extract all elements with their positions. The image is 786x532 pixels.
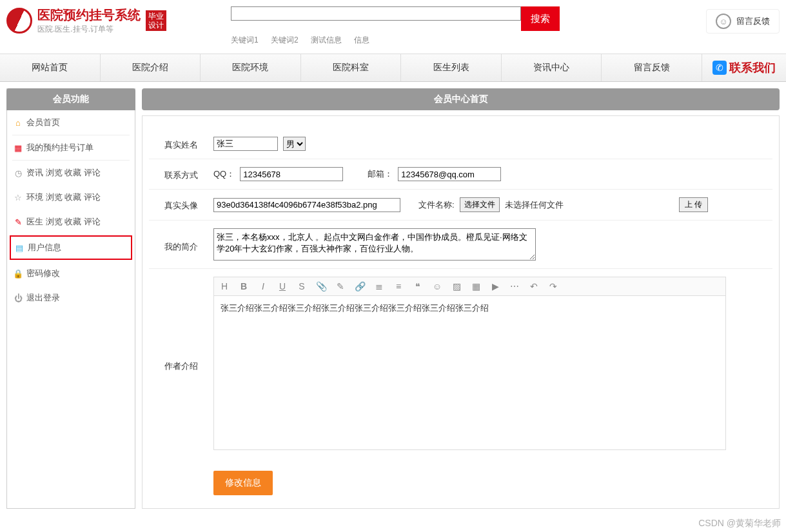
label-avatar: 真实头像 bbox=[149, 197, 213, 212]
keywords: 关键词1 关键词2 测试信息 信息 bbox=[231, 35, 706, 46]
nav-intro[interactable]: 医院介绍 bbox=[101, 54, 201, 81]
search-input[interactable] bbox=[231, 6, 521, 21]
system-subtitle: 医院.医生.挂号.订单等 bbox=[37, 24, 141, 35]
logo-area: 医院预约挂号系统 医院.医生.挂号.订单等 毕业 设计 bbox=[6, 6, 166, 35]
label-author-intro: 作者介绍 bbox=[149, 277, 213, 372]
submit-button[interactable]: 修改信息 bbox=[213, 471, 273, 495]
heading-icon[interactable]: H bbox=[219, 281, 230, 291]
clock-icon: ◷ bbox=[14, 168, 23, 177]
label-qq: QQ： bbox=[213, 168, 235, 180]
phone-icon: ✆ bbox=[712, 61, 727, 75]
input-email[interactable] bbox=[398, 167, 501, 181]
strike-icon[interactable]: S bbox=[297, 281, 307, 291]
underline-icon[interactable]: U bbox=[277, 281, 288, 291]
bold-icon[interactable]: B bbox=[239, 281, 249, 291]
row-contact: 联系方式 QQ： 邮箱： bbox=[149, 159, 772, 190]
row-author-intro: 作者介绍 H B I U S 📎 ✎ 🔗 ≣ ≡ ❝ ☺ bbox=[149, 269, 772, 458]
label-filename: 文件名称: bbox=[418, 199, 455, 211]
nav-dept[interactable]: 医院科室 bbox=[301, 54, 402, 81]
lock-icon: 🔒 bbox=[14, 269, 23, 278]
grid-icon: ▦ bbox=[14, 143, 23, 152]
doc-icon: ▤ bbox=[15, 243, 24, 252]
quote-icon[interactable]: ❝ bbox=[413, 281, 423, 291]
label-contact: 联系方式 bbox=[149, 167, 213, 181]
main-content: 会员中心首页 真实姓名 男 联系方式 QQ： 邮箱： bbox=[142, 88, 780, 509]
emoji-icon[interactable]: ☺ bbox=[432, 281, 442, 291]
nav-home[interactable]: 网站首页 bbox=[0, 54, 101, 81]
row-realname: 真实姓名 男 bbox=[149, 129, 772, 159]
upload-button[interactable]: 上 传 bbox=[679, 197, 708, 212]
nav-feedback[interactable]: 留言反馈 bbox=[602, 54, 702, 81]
no-file-text: 未选择任何文件 bbox=[505, 199, 564, 211]
row-profile: 我的简介 张三，本名杨xxx，北京人 。起点中文网白金作者，中国作协成员。橙瓜见… bbox=[149, 221, 772, 269]
system-name: 医院预约挂号系统 bbox=[37, 6, 141, 24]
header: 医院预约挂号系统 医院.医生.挂号.订单等 毕业 设计 搜索 关键词1 关键词2… bbox=[0, 0, 786, 46]
label-realname: 真实姓名 bbox=[149, 137, 213, 151]
undo-icon[interactable]: ↶ bbox=[529, 281, 539, 291]
table-icon[interactable]: ▦ bbox=[471, 281, 481, 291]
textarea-profile[interactable]: 张三，本名杨xxx，北京人 。起点中文网白金作者，中国作协成员。橙瓜见证·网络文… bbox=[213, 228, 536, 261]
sidebar-item-news[interactable]: ◷ 资讯 浏览 收藏 评论 bbox=[7, 161, 135, 185]
image-icon[interactable]: ▨ bbox=[451, 281, 462, 291]
attachment-icon[interactable]: 📎 bbox=[316, 281, 326, 291]
keyword-link[interactable]: 信息 bbox=[354, 35, 369, 44]
editor-content[interactable]: 张三介绍张三介绍张三介绍张三介绍张三介绍张三介绍张三介绍张三介绍 bbox=[213, 295, 726, 450]
search-button[interactable]: 搜索 bbox=[521, 6, 560, 31]
list-icon[interactable]: ≣ bbox=[374, 281, 384, 291]
sidebar-item-home[interactable]: ⌂ 会员首页 bbox=[7, 110, 135, 135]
keyword-link[interactable]: 关键词2 bbox=[271, 35, 299, 44]
navbar: 网站首页 医院介绍 医院环境 医院科室 医生列表 资讯中心 留言反馈 ✆ 联系我… bbox=[0, 54, 786, 82]
edit-icon: ✎ bbox=[14, 217, 23, 226]
headset-icon: ☺ bbox=[716, 14, 731, 29]
sidebar-item-password[interactable]: 🔒 密码修改 bbox=[7, 261, 135, 286]
sidebar-item-env[interactable]: ☆ 环境 浏览 收藏 评论 bbox=[7, 185, 135, 210]
nav-env[interactable]: 医院环境 bbox=[201, 54, 301, 81]
nav-contact[interactable]: ✆ 联系我们 bbox=[702, 54, 786, 81]
redo-icon[interactable]: ↷ bbox=[548, 281, 558, 291]
search-area: 搜索 关键词1 关键词2 测试信息 信息 bbox=[231, 6, 706, 46]
label-email: 邮箱： bbox=[368, 168, 393, 180]
home-icon: ⌂ bbox=[14, 118, 23, 127]
label-profile: 我的简介 bbox=[149, 228, 213, 253]
input-qq[interactable] bbox=[240, 167, 343, 181]
editor-toolbar: H B I U S 📎 ✎ 🔗 ≣ ≡ ❝ ☺ ▨ ▦ ▶ bbox=[213, 277, 726, 295]
badge: 毕业 设计 bbox=[146, 10, 166, 32]
input-realname[interactable] bbox=[213, 137, 278, 151]
italic-icon[interactable]: I bbox=[258, 281, 268, 291]
sidebar-title: 会员功能 bbox=[6, 88, 135, 110]
video-icon[interactable]: ▶ bbox=[490, 281, 500, 291]
power-icon: ⏻ bbox=[14, 293, 23, 302]
nav-news[interactable]: 资讯中心 bbox=[502, 54, 602, 81]
align-icon[interactable]: ≡ bbox=[393, 281, 404, 291]
nav-doctors[interactable]: 医生列表 bbox=[401, 54, 502, 81]
more-icon[interactable]: ⋯ bbox=[509, 281, 520, 291]
feedback-button[interactable]: ☺ 留言反馈 bbox=[706, 9, 780, 34]
sidebar-item-orders[interactable]: ▦ 我的预约挂号订单 bbox=[7, 135, 135, 160]
sidebar-item-doctor[interactable]: ✎ 医生 浏览 收藏 评论 bbox=[7, 210, 135, 234]
logo-icon bbox=[6, 8, 32, 34]
link-icon[interactable]: 🔗 bbox=[355, 281, 365, 291]
keyword-link[interactable]: 关键词1 bbox=[231, 35, 259, 44]
choose-file-button[interactable]: 选择文件 bbox=[460, 197, 500, 212]
sidebar-item-userinfo[interactable]: ▤ 用户信息 bbox=[10, 235, 132, 260]
row-avatar: 真实头像 文件名称: 选择文件 未选择任何文件 上 传 bbox=[149, 190, 772, 221]
main-title: 会员中心首页 bbox=[142, 88, 780, 110]
star-icon: ☆ bbox=[14, 193, 23, 202]
sidebar: 会员功能 ⌂ 会员首页 ▦ 我的预约挂号订单 ◷ 资讯 浏览 收藏 评论 ☆ 环… bbox=[6, 88, 135, 509]
keyword-link[interactable]: 测试信息 bbox=[311, 35, 342, 44]
brush-icon[interactable]: ✎ bbox=[335, 281, 346, 291]
sidebar-item-logout[interactable]: ⏻ 退出登录 bbox=[7, 286, 135, 310]
select-gender[interactable]: 男 bbox=[283, 137, 306, 151]
input-avatar-file[interactable] bbox=[213, 198, 400, 212]
